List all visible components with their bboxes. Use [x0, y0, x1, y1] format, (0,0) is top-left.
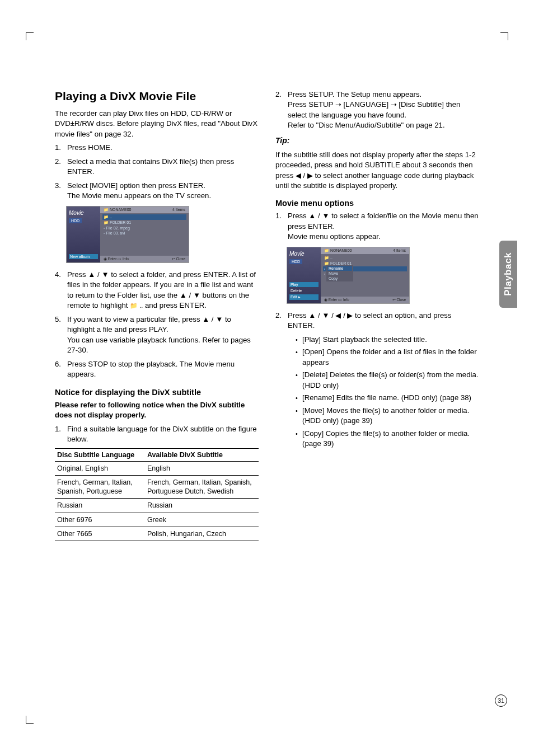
steps-list-1: 1. Press HOME. 2. Select a media that co… — [55, 143, 259, 201]
movie-menu-screenshot-2: Movie HDD Play Delete Edit ▸ 📁 NONAME00 … — [287, 247, 410, 304]
step-item: 6. Press STOP to stop the playback. The … — [55, 359, 259, 380]
step-text: Press ▲ / ▼ to select a folder, and pres… — [67, 270, 259, 311]
crop-mark — [500, 32, 508, 40]
movie-menu-screenshot-1: Movie HDD New album 📁 NONAME00 4 Items 📁… — [66, 206, 189, 263]
bullet-item: [Copy] Copies the file(s) to another fol… — [296, 429, 479, 449]
step-item: 2. Press SETUP. The Setup menu appears. … — [275, 90, 479, 131]
step-number: 6. — [55, 359, 67, 380]
right-step-list: 2. Press SETUP. The Setup menu appears. … — [275, 90, 479, 131]
table-row: Original, EnglishEnglish — [55, 461, 259, 475]
ss-footer-close: ↩ Close — [172, 257, 185, 261]
step-text: Press STOP to stop the playback. The Mov… — [67, 359, 259, 380]
option-bullet-list: [Play] Start playback the selected title… — [288, 335, 479, 449]
step-number: 2. — [55, 157, 67, 177]
step-item: 2. Press ▲ / ▼ / ◀ / ▶ to select an opti… — [275, 311, 479, 452]
ss-file-list: 📁 .. 📁 FOLDER 01 ▫ File 02. mpeg ▫ File … — [100, 213, 189, 256]
tip-label: Tip: — [275, 135, 479, 147]
ss-row-file: ▫ File 02. mpeg — [102, 226, 186, 231]
section-tab-label: Playback — [503, 252, 514, 296]
notice-step-list: 1. Find a suitable language for the DivX… — [55, 424, 259, 445]
step-text: Press HOME. — [67, 143, 259, 153]
steps-list-2: 4. Press ▲ / ▼ to select a folder, and p… — [55, 270, 259, 380]
step-item: 1. Press ▲ / ▼ to select a folder/file o… — [275, 211, 479, 242]
step-text: Select a media that contains DivX file(s… — [67, 157, 259, 177]
step-item: 2. Select a media that contains DivX fil… — [55, 157, 259, 177]
table-cell: Original, English — [55, 461, 145, 475]
table-row: RussianRussian — [55, 499, 259, 513]
step-number: 1. — [55, 424, 67, 445]
step-text: Find a suitable language for the DivX su… — [67, 424, 259, 445]
step-number: 2. — [275, 90, 288, 131]
ss-edit-button: Edit ▸ — [289, 294, 318, 300]
step-text: Press ▲ / ▼ to select a folder/file on t… — [288, 211, 479, 242]
table-cell: Russian — [145, 499, 259, 513]
ss-ctx-move: Move — [327, 271, 352, 276]
intro-paragraph: The recorder can play Divx files on HDD,… — [55, 109, 259, 139]
ss-context-menu: Rename Move Copy — [326, 265, 353, 281]
subtitle-notice-bold: Please refer to following notice when th… — [55, 400, 259, 421]
ss-row-up: 📁 .. — [323, 255, 407, 261]
table-row: Other 7665Polish, Hungarian, Czech — [55, 527, 259, 541]
movie-menu-steps: 1. Press ▲ / ▼ to select a folder/file o… — [275, 211, 479, 242]
section-tab-playback: Playback — [499, 241, 517, 308]
step-number: 2. — [275, 311, 288, 452]
ss-title: Movie — [289, 251, 318, 257]
subtitle-language-table: Disc Subtitle Language Available DivX Su… — [55, 448, 259, 542]
page-content: Playing a DivX Movie File The recorder c… — [28, 34, 506, 541]
movie-menu-steps-2: 2. Press ▲ / ▼ / ◀ / ▶ to select an opti… — [275, 311, 479, 452]
table-row: French, German, Italian, Spanish, Portug… — [55, 475, 259, 499]
ss-title: Movie — [69, 210, 98, 216]
step-item: 1. Press HOME. — [55, 143, 259, 153]
step-text: Press ▲ / ▼ / ◀ / ▶ to select an option,… — [288, 311, 479, 452]
step-item: 4. Press ▲ / ▼ to select a folder, and p… — [55, 270, 259, 311]
step-number: 4. — [55, 270, 67, 311]
table-cell: French, German, Italian, Spanish, Portug… — [145, 475, 259, 499]
table-row: Other 6976Greek — [55, 513, 259, 527]
step-item: 3. Select [MOVIE] option then press ENTE… — [55, 181, 259, 201]
ss-row-up: 📁 .. — [102, 214, 186, 220]
step-item: 5. If you want to view a particular file… — [55, 314, 259, 356]
subtitle-notice-heading: Notice for displaying the DivX subtitle — [55, 388, 259, 397]
ss-footer-close: ↩ Close — [392, 298, 406, 302]
ss-items-count: 4 Items — [172, 208, 185, 212]
table-cell: Greek — [145, 513, 259, 527]
right-column: 2. Press SETUP. The Setup menu appears. … — [275, 90, 479, 541]
ss-footer-enter: ◉ Enter ▭ Info — [324, 298, 349, 302]
bullet-item: [Delete] Deletes the file(s) or folder(s… — [296, 370, 479, 391]
crop-mark — [26, 716, 34, 724]
step-text: Select [MOVIE] option then press ENTER. … — [67, 181, 259, 201]
ss-row-file: ▫ File 03. avi — [102, 231, 186, 236]
ss-footer-enter: ◉ Enter ▭ Info — [104, 257, 129, 261]
step-text: Press SETUP. The Setup menu appears. Pre… — [288, 90, 479, 131]
table-header: Available DivX Subtitle — [145, 448, 259, 461]
bullet-item: [Open] Opens the folder and a list of fi… — [296, 347, 479, 368]
ss-hdd-label: HDD — [289, 259, 302, 264]
bullet-item: [Play] Start playback the selected title… — [296, 335, 479, 345]
step-number: 1. — [275, 211, 288, 242]
table-cell: Russian — [55, 499, 145, 513]
ss-volume-label: 📁 NONAME00 — [324, 248, 352, 253]
ss-ctx-copy: Copy — [327, 276, 352, 281]
ss-delete-button: Delete — [289, 288, 318, 293]
ss-volume-label: 📁 NONAME00 — [104, 208, 131, 212]
ss-hdd-label: HDD — [69, 218, 82, 223]
step-number: 1. — [55, 143, 67, 153]
folder-up-icon: 📁 .. — [130, 302, 143, 309]
table-cell: English — [145, 461, 259, 475]
step-number: 3. — [55, 181, 67, 201]
bullet-item: [Move] Moves the file(s) to another fold… — [296, 406, 479, 426]
ss-ctx-rename: Rename — [327, 266, 352, 271]
table-cell: Polish, Hungarian, Czech — [145, 527, 259, 541]
ss-file-list: 📁 .. 📁 FOLDER 01 ▫ File 02. mpeg ▫ File … — [321, 254, 409, 297]
ss-items-count: 4 Items — [393, 248, 406, 253]
ss-row-folder: 📁 FOLDER 01 — [102, 220, 186, 226]
movie-menu-options-heading: Movie menu options — [275, 199, 479, 208]
page-number: 31 — [495, 694, 507, 707]
step-item: 1. Find a suitable language for the DivX… — [55, 424, 259, 445]
table-header: Disc Subtitle Language — [55, 448, 145, 461]
table-cell: Other 6976 — [55, 513, 145, 527]
page-title: Playing a DivX Movie File — [55, 90, 259, 103]
tip-body: If the subtitle still does not display p… — [275, 150, 479, 191]
bullet-item: [Rename] Edits the file name. (HDD only)… — [296, 393, 479, 403]
crop-mark — [26, 32, 34, 40]
